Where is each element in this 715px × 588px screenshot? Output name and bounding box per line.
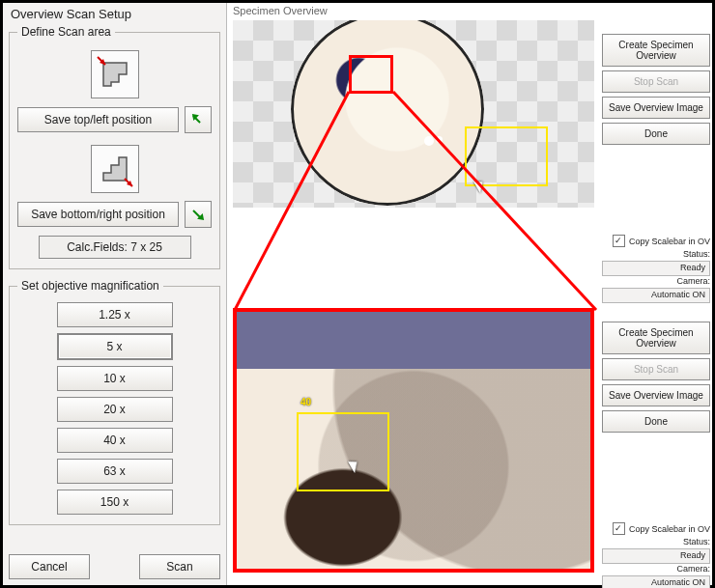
overview-viewport[interactable] xyxy=(233,20,594,208)
panel-title: Overview Scan Setup xyxy=(11,7,220,21)
magnification-button[interactable]: 150 x xyxy=(57,490,173,515)
zoom-image xyxy=(237,312,590,569)
specimen-area: Specimen Overview 40 xyxy=(227,3,712,585)
done-button[interactable]: Done xyxy=(602,410,710,433)
save-overview-image-button[interactable]: Save Overview Image xyxy=(602,97,710,119)
magnification-group: Set objective magnification 1.25 x5 x10 … xyxy=(9,279,220,525)
arrow-up-left-button[interactable] xyxy=(185,106,212,133)
camera-value: Automatic ON xyxy=(602,288,710,303)
status-label: Status: xyxy=(602,249,710,259)
specimen-overview-title: Specimen Overview xyxy=(227,3,712,18)
create-specimen-overview-button[interactable]: Create Specimen Overview xyxy=(602,322,710,354)
specimen-image xyxy=(291,20,484,206)
copy-scalebar-checkbox[interactable]: ✓ xyxy=(613,522,625,535)
panel-bottom-row: Cancel Scan xyxy=(9,548,220,581)
scan-button[interactable]: Scan xyxy=(139,554,220,579)
svg-marker-0 xyxy=(103,63,127,86)
scan-selection-box[interactable] xyxy=(465,126,548,186)
camera-label: Camera: xyxy=(602,564,710,574)
arrow-up-left-icon xyxy=(191,113,205,126)
save-top-left-button[interactable]: Save top/left position xyxy=(17,107,179,132)
camera-label: Camera: xyxy=(602,276,710,286)
specimen-feature-dot xyxy=(424,136,434,146)
magnification-list: 1.25 x5 x10 x20 x40 x63 x150 x xyxy=(17,302,212,515)
top-left-shape-icon xyxy=(91,50,139,98)
cursor-icon xyxy=(476,179,486,192)
overview-side-controls: Create Specimen Overview Stop Scan Save … xyxy=(602,34,710,145)
define-scan-area-group: Define Scan area Save top/left position xyxy=(9,25,220,269)
arrow-down-right-icon xyxy=(191,208,205,221)
copy-scalebar-checkbox[interactable]: ✓ xyxy=(613,235,625,247)
create-specimen-overview-button[interactable]: Create Specimen Overview xyxy=(602,34,710,67)
magnification-button[interactable]: 10 x xyxy=(57,366,173,391)
zoom-status-block: ✓ Copy Scalebar in OV Status: Ready Came… xyxy=(602,522,710,588)
save-bottom-right-button[interactable]: Save bottom/right position xyxy=(17,202,179,227)
app-root: Overview Scan Setup Define Scan area Sav… xyxy=(0,0,715,588)
magnification-button[interactable]: 20 x xyxy=(57,397,173,422)
zoom-selection-label: 40 xyxy=(300,397,311,407)
copy-scalebar-label: Copy Scalebar in OV xyxy=(629,237,710,246)
cursor-icon xyxy=(351,459,360,472)
magnification-button[interactable]: 1.25 x xyxy=(57,302,173,327)
stop-scan-button[interactable]: Stop Scan xyxy=(602,70,710,93)
status-value: Ready xyxy=(602,261,710,276)
zoom-selection-box[interactable] xyxy=(297,412,389,491)
magnification-button[interactable]: 5 x xyxy=(57,333,173,360)
done-button[interactable]: Done xyxy=(602,123,710,145)
magnification-title: Set objective magnification xyxy=(17,279,163,293)
magnification-button[interactable]: 40 x xyxy=(57,428,173,453)
save-overview-image-button[interactable]: Save Overview Image xyxy=(602,384,710,406)
magnification-button[interactable]: 63 x xyxy=(57,459,173,484)
stop-scan-button[interactable]: Stop Scan xyxy=(602,358,710,380)
arrow-down-right-button[interactable] xyxy=(185,201,212,228)
bottom-right-shape-icon xyxy=(91,145,139,193)
define-scan-area-title: Define Scan area xyxy=(17,25,115,39)
calc-fields-readout: Calc.Fields: 7 x 25 xyxy=(39,236,191,259)
svg-marker-3 xyxy=(103,157,127,181)
status-value: Ready xyxy=(602,548,710,564)
cancel-button[interactable]: Cancel xyxy=(9,554,90,579)
zoom-side-controls: Create Specimen Overview Stop Scan Save … xyxy=(602,322,710,433)
annotation-source-box xyxy=(349,55,393,94)
overview-scan-setup-panel: Overview Scan Setup Define Scan area Sav… xyxy=(3,3,227,585)
overview-status-block: ✓ Copy Scalebar in OV Status: Ready Came… xyxy=(602,235,710,303)
specimen-feature-dot xyxy=(436,136,443,143)
camera-value: Automatic ON xyxy=(602,575,710,588)
viewport-wrap: 40 Create Specimen Overview Stop Scan Sa… xyxy=(227,18,712,585)
status-label: Status: xyxy=(602,537,710,546)
zoom-viewport[interactable]: 40 xyxy=(233,308,594,573)
copy-scalebar-label: Copy Scalebar in OV xyxy=(629,524,710,534)
